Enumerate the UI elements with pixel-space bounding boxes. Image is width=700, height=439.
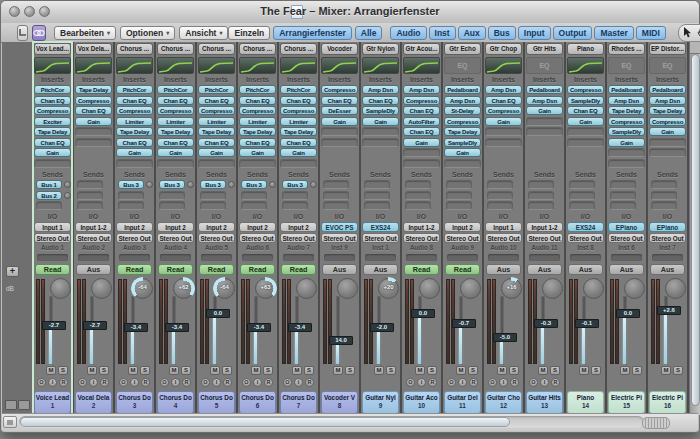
send-slot[interactable]	[569, 191, 595, 200]
output-slot[interactable]: Stereo Out	[526, 233, 563, 243]
group-slot[interactable]	[78, 254, 109, 261]
mute-button[interactable]: M	[497, 366, 507, 375]
insert-slot[interactable]: PitchCor	[116, 85, 153, 94]
input-slot[interactable]: Input 2	[444, 222, 481, 232]
insert-slot[interactable]: PitchCor	[34, 85, 71, 94]
automation-button[interactable]: Read	[281, 264, 316, 275]
send-slot[interactable]	[200, 191, 226, 200]
insert-slot[interactable]	[649, 138, 686, 147]
send-slot[interactable]	[77, 180, 103, 189]
filter-button-master[interactable]: Master	[594, 26, 633, 40]
insert-slot[interactable]: Chan EQ	[280, 138, 317, 147]
track-name-button[interactable]: Vox Dela...	[75, 43, 112, 55]
vertical-scroll-thumb[interactable]	[691, 54, 700, 406]
send-slot[interactable]	[200, 201, 226, 210]
insert-slot[interactable]	[526, 127, 563, 136]
insert-slot[interactable]: Amp Dsn	[362, 85, 399, 94]
mute-button[interactable]: M	[333, 366, 343, 375]
insert-slot[interactable]: Chan EQ	[362, 96, 399, 105]
send-slot[interactable]	[528, 201, 554, 210]
track-name-button[interactable]: Gtr Hits	[526, 43, 563, 55]
insert-slot[interactable]: Compresso	[198, 106, 235, 115]
insert-slot[interactable]: Gain	[567, 117, 604, 126]
insert-slot[interactable]: Chan EQ	[280, 96, 317, 105]
track-name-button[interactable]: Gtr Acou...	[403, 43, 440, 55]
insert-slot[interactable]: Limiter	[280, 117, 317, 126]
insert-slot[interactable]: Tape Delay	[444, 127, 481, 136]
insert-slot[interactable]: Limiter	[157, 117, 194, 126]
send-slot[interactable]	[610, 201, 636, 210]
track-name-button[interactable]: Gtr Chop	[485, 43, 522, 55]
insert-slot[interactable]: Chan EQ	[403, 127, 440, 136]
view-button-einzeln[interactable]: Einzeln	[228, 26, 270, 40]
send-knob[interactable]	[187, 181, 194, 188]
insert-slot[interactable]: Exciter	[34, 117, 71, 126]
track-name-button[interactable]: Piano	[567, 43, 604, 55]
bounce-button[interactable]: O	[529, 378, 538, 387]
insert-slot[interactable]: Compresso	[321, 85, 358, 94]
insert-slot[interactable]: Tape Delay	[649, 106, 686, 115]
pan-knob[interactable]	[50, 278, 71, 299]
gutter-icon-1[interactable]	[5, 400, 17, 410]
insert-slot[interactable]: AutoFilter	[403, 117, 440, 126]
fader-value[interactable]: -3.4	[247, 323, 271, 332]
input-slot[interactable]: EXS24	[362, 222, 399, 232]
mute-button[interactable]: M	[661, 366, 671, 375]
insert-slot[interactable]	[75, 127, 112, 136]
mute-button[interactable]: M	[87, 366, 97, 375]
pointer-tool[interactable]	[683, 27, 692, 38]
mute-button[interactable]: M	[374, 366, 384, 375]
send-slot[interactable]	[282, 191, 308, 200]
insert-slot[interactable]: Tape Delay	[34, 127, 71, 136]
input-slot[interactable]: Input 2	[198, 222, 235, 232]
channel-name-plate[interactable]: Vocoder V8	[321, 391, 358, 414]
automation-button[interactable]: Aus	[568, 264, 603, 275]
mute-button[interactable]: M	[251, 366, 261, 375]
insert-slot[interactable]: Chan EQ	[239, 96, 276, 105]
solo-button[interactable]: S	[550, 366, 560, 375]
fader-value[interactable]: 0.0	[616, 309, 640, 318]
send-slot[interactable]	[405, 180, 431, 189]
insert-slot[interactable]	[567, 127, 604, 136]
horizontal-scrollbar[interactable]	[2, 413, 698, 431]
insert-slot[interactable]	[239, 159, 276, 168]
send-slot[interactable]	[118, 191, 144, 200]
send-slot[interactable]: Bus 1	[36, 180, 62, 189]
insert-slot[interactable]: Amp Dsn	[444, 96, 481, 105]
insert-slot[interactable]	[321, 127, 358, 136]
insert-slot[interactable]: Chan EQ	[198, 138, 235, 147]
insert-slot[interactable]: SampleDly	[362, 106, 399, 115]
view-button-arrangierfenster[interactable]: Arrangierfenster	[273, 26, 352, 40]
send-slot[interactable]	[446, 191, 472, 200]
solo-button[interactable]: S	[140, 366, 150, 375]
channel-name-plate[interactable]: Guitar Hits13	[526, 391, 563, 414]
insert-slot[interactable]: Tape Delay	[75, 85, 112, 94]
mute-button[interactable]: M	[128, 366, 138, 375]
mute-button[interactable]: M	[415, 366, 425, 375]
input-slot[interactable]: Input 2	[116, 222, 153, 232]
record-enable-button[interactable]: R	[264, 378, 273, 387]
insert-slot[interactable]: Chan EQ	[157, 138, 194, 147]
bounce-button[interactable]: O	[406, 378, 415, 387]
fader-value[interactable]: -2.0	[370, 323, 394, 332]
input-slot[interactable]: Input 1-2	[526, 222, 563, 232]
send-slot[interactable]	[364, 180, 390, 189]
send-slot[interactable]	[159, 201, 185, 210]
send-slot[interactable]	[282, 201, 308, 210]
insert-slot[interactable]: Chan EQ	[34, 138, 71, 147]
mute-button[interactable]: M	[456, 366, 466, 375]
vertical-scrollbar[interactable]	[689, 42, 700, 415]
bottom-left-button[interactable]	[3, 416, 17, 428]
mute-button[interactable]: M	[538, 366, 548, 375]
insert-slot[interactable]	[485, 127, 522, 136]
send-slot[interactable]: Bus 3	[282, 180, 308, 189]
eq-thumbnail[interactable]: EQ	[608, 57, 645, 74]
group-slot[interactable]	[529, 254, 560, 261]
insert-slot[interactable]	[485, 138, 522, 147]
eq-thumbnail[interactable]	[239, 57, 276, 74]
fader-value[interactable]: +2.6	[657, 306, 681, 315]
solo-button[interactable]: S	[58, 366, 68, 375]
track-name-button[interactable]: Gtr Echo	[444, 43, 481, 55]
send-slot[interactable]	[528, 191, 554, 200]
insert-slot[interactable]: Chan EQ	[239, 138, 276, 147]
